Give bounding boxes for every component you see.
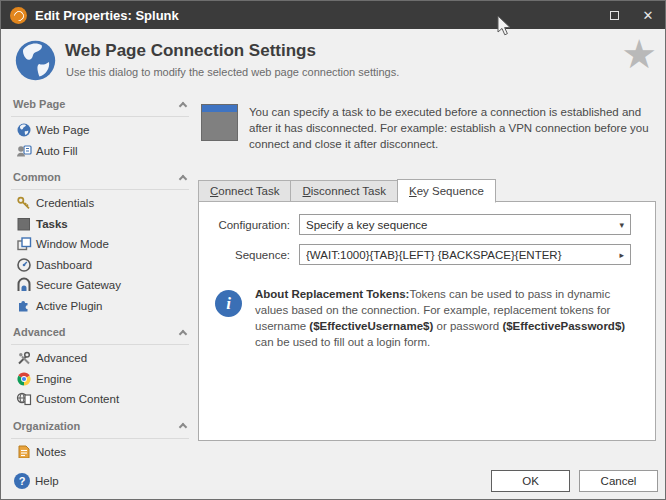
page-title: Web Page Connection Settings — [65, 41, 316, 61]
help-label: Help — [35, 475, 59, 487]
secure-gateway-icon — [16, 277, 32, 293]
divider — [11, 438, 189, 439]
info-icon: i — [215, 290, 242, 317]
favorite-star-icon[interactable]: ★ — [621, 34, 657, 74]
token-menu-arrow-icon[interactable]: ▸ — [619, 250, 624, 260]
sidebar-item-window-mode[interactable]: Window Mode — [11, 234, 189, 255]
task-window-icon — [201, 104, 238, 141]
info-heading: About Replacement Tokens: — [255, 288, 409, 300]
sidebar-item-label: Dashboard — [36, 259, 92, 271]
sidebar-section-common[interactable]: Common — [11, 170, 189, 184]
configuration-value: Specify a key sequence — [306, 219, 615, 231]
sidebar-item-secure-gateway[interactable]: Secure Gateway — [11, 275, 189, 296]
close-button[interactable]: ✕ — [631, 1, 665, 29]
webpage-globe-icon — [13, 38, 58, 83]
puzzle-icon — [16, 298, 32, 314]
sidebar-item-label: Custom Content — [36, 393, 119, 405]
dashboard-icon — [16, 257, 32, 273]
sidebar-item-tasks[interactable]: Tasks — [11, 214, 189, 235]
sidebar-item-notes[interactable]: Notes — [11, 442, 189, 459]
tab-disconnect-task[interactable]: Disconnect Task — [290, 180, 397, 202]
sidebar-item-credentials[interactable]: Credentials — [11, 193, 189, 214]
mouse-cursor — [497, 15, 513, 37]
help-button[interactable]: ? Help — [14, 473, 59, 489]
globe-icon — [16, 122, 32, 138]
sidebar-item-label: Secure Gateway — [36, 279, 121, 291]
chevron-up-icon — [179, 423, 187, 431]
main-content: You can specify a task to be executed be… — [198, 97, 656, 152]
chevron-up-icon — [179, 329, 187, 337]
divider — [11, 344, 189, 345]
intro-text: You can specify a task to be executed be… — [249, 104, 656, 152]
tools-icon — [16, 350, 32, 366]
chevron-up-icon — [179, 174, 187, 182]
password-token: ($EffectivePassword$) — [502, 320, 625, 332]
key-sequence-panel: Configuration: Specify a key sequence ▾ … — [198, 201, 656, 441]
maximize-icon — [610, 11, 619, 20]
autofill-icon — [16, 143, 32, 159]
sidebar-item-advanced[interactable]: Advanced — [11, 348, 189, 369]
tab-connect-task[interactable]: Connect Task — [198, 180, 290, 202]
tasks-icon — [16, 216, 32, 232]
sidebar-item-engine[interactable]: Engine — [11, 369, 189, 390]
sidebar-item-web-page[interactable]: Web Page — [11, 120, 189, 141]
sequence-input[interactable] — [306, 249, 615, 261]
sequence-label: Sequence: — [199, 249, 299, 261]
notes-icon — [16, 444, 32, 458]
sidebar-item-label: Tasks — [36, 218, 68, 230]
sidebar-item-label: Credentials — [36, 197, 94, 209]
sidebar-item-label: Engine — [36, 373, 72, 385]
chevron-up-icon — [179, 101, 187, 109]
ok-button[interactable]: OK — [491, 470, 570, 492]
sidebar: Web Page Web Page Auto Fill Common — [11, 97, 189, 458]
sidebar-item-label: Window Mode — [36, 238, 109, 250]
sidebar-item-label: Web Page — [36, 124, 90, 136]
configuration-label: Configuration: — [199, 219, 299, 231]
maximize-button[interactable] — [597, 1, 631, 29]
tab-bar: Connect Task Disconnect Task Key Sequenc… — [198, 179, 496, 203]
cancel-button[interactable]: Cancel — [579, 470, 658, 492]
help-icon: ? — [14, 473, 30, 489]
window-mode-icon — [16, 236, 32, 252]
sidebar-item-custom-content[interactable]: Custom Content — [11, 389, 189, 410]
app-icon — [10, 7, 27, 24]
edit-properties-dialog: Edit Properties: Splunk ✕ Web Page Conne… — [0, 0, 666, 500]
sidebar-item-label: Notes — [36, 446, 66, 458]
sidebar-section-advanced[interactable]: Advanced — [11, 325, 189, 339]
sidebar-item-auto-fill[interactable]: Auto Fill — [11, 141, 189, 162]
divider — [11, 189, 189, 190]
replacement-tokens-info: i About Replacement Tokens:Tokens can be… — [215, 286, 631, 350]
chrome-icon — [16, 371, 32, 387]
tab-key-sequence[interactable]: Key Sequence — [397, 179, 496, 203]
page-subtitle: Use this dialog to modify the selected w… — [66, 66, 399, 78]
sequence-field: ▸ — [299, 244, 631, 265]
dialog-header: Web Page Connection Settings Use this di… — [1, 29, 665, 95]
info-text: About Replacement Tokens:Tokens can be u… — [255, 286, 631, 350]
custom-content-icon — [16, 391, 32, 407]
username-token: ($EffectiveUsername$) — [309, 320, 433, 332]
sidebar-item-label: Active Plugin — [36, 300, 102, 312]
key-icon — [16, 195, 32, 211]
sidebar-section-web-page[interactable]: Web Page — [11, 97, 189, 111]
sidebar-item-dashboard[interactable]: Dashboard — [11, 255, 189, 276]
chevron-down-icon: ▾ — [619, 220, 624, 230]
configuration-select[interactable]: Specify a key sequence ▾ — [299, 214, 631, 235]
sidebar-item-label: Auto Fill — [36, 145, 78, 157]
sidebar-item-active-plugin[interactable]: Active Plugin — [11, 296, 189, 317]
sidebar-item-label: Advanced — [36, 352, 87, 364]
sidebar-section-organization[interactable]: Organization — [11, 419, 189, 433]
divider — [11, 116, 189, 117]
titlebar: Edit Properties: Splunk ✕ — [1, 1, 665, 29]
window-title: Edit Properties: Splunk — [35, 8, 179, 23]
